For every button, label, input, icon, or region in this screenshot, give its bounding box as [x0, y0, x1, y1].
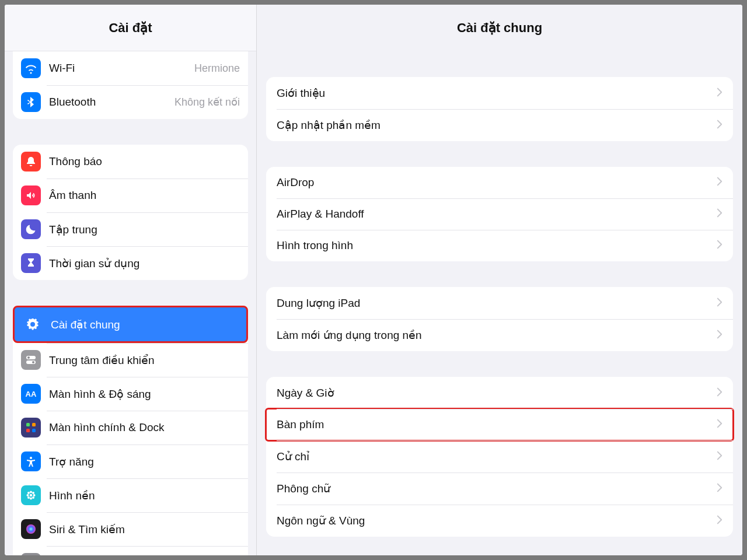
- sidebar-item-label: Cài đặt chung: [51, 318, 238, 331]
- accessibility-icon: [21, 452, 41, 471]
- detail-title: Cài đặt chung: [257, 5, 742, 51]
- sidebar-item-control-center[interactable]: Trung tâm điều khiển: [13, 343, 248, 377]
- hourglass-icon: [21, 253, 41, 273]
- sidebar-item-wallpaper[interactable]: Hình nền: [13, 478, 248, 512]
- sidebar-item-bluetooth[interactable]: Bluetooth Không kết nối: [13, 85, 248, 119]
- wifi-icon: [21, 58, 41, 78]
- detail-row-gestures[interactable]: Cử chỉ: [266, 440, 733, 473]
- detail-row-label: Làm mới ứng dụng trong nền: [277, 328, 422, 342]
- detail-row-label: AirPlay & Handoff: [277, 208, 364, 220]
- detail-row-label: Ngôn ngữ & Vùng: [277, 514, 365, 527]
- chevron-right-icon: [717, 387, 722, 399]
- detail-row-label: Cập nhật phần mềm: [277, 118, 381, 132]
- sidebar-item-label: Âm thanh: [49, 189, 240, 202]
- sidebar-item-label: Siri & Tìm kiếm: [49, 523, 240, 536]
- sidebar-group-connectivity: Wi-Fi Hermione Bluetooth Không kết nối: [13, 51, 248, 119]
- sidebar-item-label: Hình nền: [49, 489, 240, 502]
- detail-row-label: Hình trong hình: [277, 239, 353, 252]
- siri-icon: [21, 519, 41, 539]
- moon-icon: [21, 219, 41, 239]
- aa-icon: [21, 384, 41, 404]
- sidebar-item-label: Bluetooth: [49, 96, 166, 108]
- sidebar-item-label: Màn hình & Độ sáng: [49, 387, 240, 401]
- sidebar-item-sounds[interactable]: Âm thanh: [13, 178, 248, 212]
- sidebar-item-wifi[interactable]: Wi-Fi Hermione: [13, 51, 248, 85]
- bluetooth-status-value: Không kết nối: [174, 96, 240, 108]
- sidebar-item-focus[interactable]: Tập trung: [13, 212, 248, 246]
- chevron-right-icon: [717, 298, 722, 309]
- sidebar-item-siri[interactable]: Siri & Tìm kiếm: [13, 512, 248, 546]
- detail-group-sharing: AirDrop AirPlay & Handoff Hình trong hìn…: [266, 167, 733, 261]
- settings-sidebar: Cài đặt Wi-Fi Hermione Bluetooth Không k…: [5, 5, 257, 555]
- detail-row-ipad-storage[interactable]: Dung lượng iPad: [266, 287, 733, 319]
- detail-row-label: Ngày & Giờ: [277, 386, 334, 400]
- chevron-right-icon: [717, 515, 722, 527]
- chevron-right-icon: [717, 177, 722, 188]
- detail-scroll[interactable]: Giới thiệu Cập nhật phần mềm AirDrop Air…: [257, 51, 742, 555]
- flower-icon: [21, 485, 41, 505]
- sidebar-item-home-dock[interactable]: Màn hình chính & Dock: [13, 411, 248, 444]
- detail-row-about[interactable]: Giới thiệu: [266, 77, 733, 109]
- sidebar-item-notifications[interactable]: Thông báo: [13, 145, 248, 178]
- speaker-icon: [21, 186, 41, 205]
- sidebar-item-label: Màn hình chính & Dock: [49, 421, 240, 434]
- detail-row-background-refresh[interactable]: Làm mới ứng dụng trong nền: [266, 319, 733, 351]
- gear-icon: [23, 314, 43, 334]
- toggles-icon: [21, 350, 41, 370]
- chevron-right-icon: [717, 451, 722, 463]
- detail-row-label: Giới thiệu: [277, 86, 325, 100]
- sidebar-scroll[interactable]: Wi-Fi Hermione Bluetooth Không kết nối T…: [5, 51, 256, 555]
- detail-row-label: Bàn phím: [277, 418, 324, 431]
- chevron-right-icon: [717, 483, 722, 495]
- detail-row-fonts[interactable]: Phông chữ: [266, 473, 733, 505]
- chevron-right-icon: [717, 120, 722, 131]
- detail-row-pip[interactable]: Hình trong hình: [266, 230, 733, 261]
- sidebar-item-screen-time[interactable]: Thời gian sử dụng: [13, 246, 248, 280]
- bluetooth-icon: [21, 92, 41, 112]
- wifi-network-value: Hermione: [194, 62, 240, 75]
- detail-row-label: AirDrop: [277, 176, 314, 189]
- sidebar-item-label: Wi-Fi: [49, 62, 186, 75]
- pencil-icon: [21, 553, 41, 555]
- detail-row-language-region[interactable]: Ngôn ngữ & Vùng: [266, 505, 733, 537]
- chevron-right-icon: [717, 330, 722, 341]
- chevron-right-icon: [717, 240, 722, 251]
- chevron-right-icon: [717, 88, 722, 99]
- settings-screen: Cài đặt Wi-Fi Hermione Bluetooth Không k…: [5, 5, 742, 555]
- sidebar-item-apple-pencil[interactable]: Apple Pencil: [13, 546, 248, 555]
- sidebar-group-general: Cài đặt chung Trung tâm điều khiển Màn h…: [13, 306, 248, 555]
- detail-row-date-time[interactable]: Ngày & Giờ: [266, 377, 733, 409]
- sidebar-item-label: Trợ năng: [49, 455, 240, 468]
- detail-row-software-update[interactable]: Cập nhật phần mềm: [266, 109, 733, 141]
- detail-row-label: Dung lượng iPad: [277, 296, 360, 310]
- detail-group-system: Giới thiệu Cập nhật phần mềm: [266, 77, 733, 141]
- bell-icon: [21, 152, 41, 172]
- grid-icon: [21, 418, 41, 438]
- chevron-right-icon: [717, 208, 722, 220]
- sidebar-item-display[interactable]: Màn hình & Độ sáng: [13, 377, 248, 411]
- detail-row-label: Phông chữ: [277, 482, 330, 495]
- detail-group-input: Ngày & Giờ Bàn phím Cử chỉ Phông chữ Ngô…: [266, 377, 733, 537]
- detail-row-airdrop[interactable]: AirDrop: [266, 167, 733, 198]
- sidebar-item-label: Thời gian sử dụng: [49, 257, 240, 270]
- sidebar-item-accessibility[interactable]: Trợ năng: [13, 444, 248, 478]
- detail-row-airplay[interactable]: AirPlay & Handoff: [266, 198, 733, 230]
- sidebar-group-alerts: Thông báo Âm thanh Tập trung Thời gian s…: [13, 145, 248, 280]
- sidebar-item-general[interactable]: Cài đặt chung: [13, 306, 248, 343]
- sidebar-item-label: Trung tâm điều khiển: [49, 354, 240, 367]
- detail-pane: Cài đặt chung Giới thiệu Cập nhật phần m…: [257, 5, 742, 555]
- detail-group-storage: Dung lượng iPad Làm mới ứng dụng trong n…: [266, 287, 733, 351]
- detail-row-label: Cử chỉ: [277, 450, 309, 463]
- chevron-right-icon: [717, 419, 722, 430]
- sidebar-item-label: Thông báo: [49, 155, 240, 168]
- sidebar-title: Cài đặt: [5, 5, 256, 51]
- sidebar-item-label: Tập trung: [49, 223, 240, 236]
- detail-row-keyboard[interactable]: Bàn phím: [266, 409, 733, 440]
